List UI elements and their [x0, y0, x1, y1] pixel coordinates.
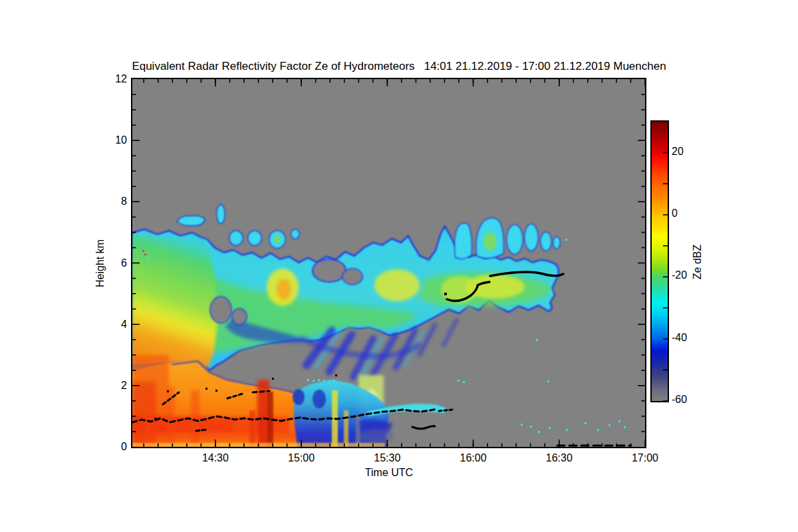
colorbar-tick-label: 0: [672, 207, 712, 220]
y-tick-label: 4: [88, 318, 127, 331]
x-tick-label: 15:00: [275, 452, 328, 465]
x-tick-label: 16:30: [533, 452, 586, 465]
colorbar-tick-label: -20: [672, 269, 712, 282]
x-tick-label: 14:30: [189, 452, 242, 465]
colorbar-gradient: [652, 122, 668, 401]
x-tick-label: 16:00: [447, 452, 500, 465]
x-axis-title: Time UTC: [349, 466, 429, 479]
plot-area: [131, 78, 646, 448]
colorbar: [650, 120, 669, 402]
colorbar-tick-label: -60: [672, 393, 712, 406]
y-tick-label: 10: [88, 134, 127, 147]
colorbar-tick-label: 20: [672, 145, 712, 158]
y-tick-label: 0: [88, 440, 127, 454]
y-tick-label: 2: [88, 379, 127, 392]
radar-quicklook-figure: Equivalent Radar Reflectivity Factor Ze …: [0, 0, 798, 532]
x-tick-label: 15:30: [360, 452, 414, 465]
y-tick-label: 12: [88, 72, 127, 86]
x-tick-label: 17:00: [618, 452, 672, 465]
colorbar-tick-label: -40: [672, 331, 712, 344]
reflectivity-heatmap: [132, 79, 645, 447]
y-tick-label: 8: [88, 195, 127, 208]
chart-title: Equivalent Radar Reflectivity Factor Ze …: [0, 60, 798, 73]
y-tick-label: 6: [88, 257, 127, 270]
